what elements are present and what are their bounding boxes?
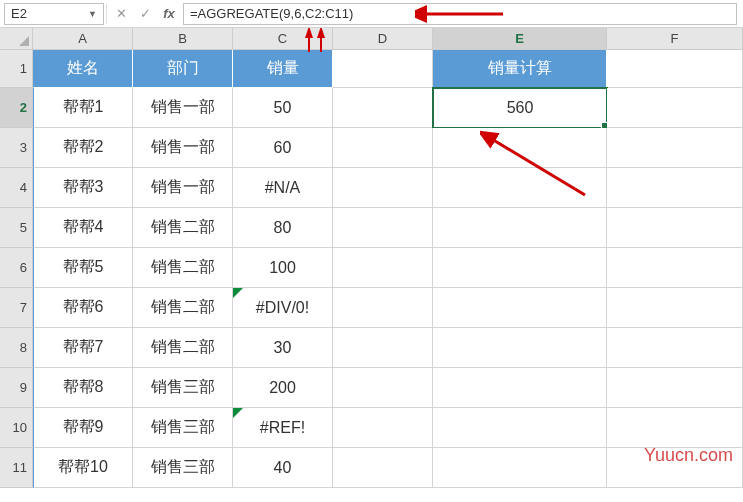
cell-A9[interactable]: 帮帮8 (33, 368, 133, 408)
cell-C9[interactable]: 200 (233, 368, 333, 408)
cell-D11[interactable] (333, 448, 433, 488)
formula-input[interactable]: =AGGREGATE(9,6,C2:C11) (183, 3, 737, 25)
cell-E1[interactable]: 销量计算 (433, 50, 607, 88)
cell-B10[interactable]: 销售三部 (133, 408, 233, 448)
cell-F1[interactable] (607, 50, 743, 88)
column-header-C[interactable]: C (233, 28, 333, 50)
row-header-6[interactable]: 6 (0, 248, 33, 288)
cell-D9[interactable] (333, 368, 433, 408)
cell-F6[interactable] (607, 248, 743, 288)
cell-B4[interactable]: 销售一部 (133, 168, 233, 208)
cell-E7[interactable] (433, 288, 607, 328)
cell-E9[interactable] (433, 368, 607, 408)
cell-E3[interactable] (433, 128, 607, 168)
name-box[interactable]: E2 ▼ (4, 3, 104, 25)
confirm-icon[interactable]: ✓ (133, 3, 157, 25)
cell-E11[interactable] (433, 448, 607, 488)
cell-A10[interactable]: 帮帮9 (33, 408, 133, 448)
column-header-E[interactable]: E (433, 28, 607, 50)
cell-A11[interactable]: 帮帮10 (33, 448, 133, 488)
cell-F2[interactable] (607, 88, 743, 128)
row-header-11[interactable]: 11 (0, 448, 33, 488)
watermark: Yuucn.com (644, 445, 733, 466)
cell-B5[interactable]: 销售二部 (133, 208, 233, 248)
cell-B2[interactable]: 销售一部 (133, 88, 233, 128)
cell-A3[interactable]: 帮帮2 (33, 128, 133, 168)
formula-text: =AGGREGATE(9,6,C2:C11) (190, 6, 353, 21)
cell-C5[interactable]: 80 (233, 208, 333, 248)
row-header-8[interactable]: 8 (0, 328, 33, 368)
dropdown-icon[interactable]: ▼ (88, 9, 97, 19)
cell-C8[interactable]: 30 (233, 328, 333, 368)
cell-F4[interactable] (607, 168, 743, 208)
column-header-D[interactable]: D (333, 28, 433, 50)
cell-C10[interactable]: #REF! (233, 408, 333, 448)
row-header-5[interactable]: 5 (0, 208, 33, 248)
cell-B9[interactable]: 销售三部 (133, 368, 233, 408)
column-headers: ABCDEF (33, 28, 743, 50)
cell-F7[interactable] (607, 288, 743, 328)
cell-A1[interactable]: 姓名 (33, 50, 133, 88)
cell-D4[interactable] (333, 168, 433, 208)
cell-F9[interactable] (607, 368, 743, 408)
row-header-4[interactable]: 4 (0, 168, 33, 208)
formula-bar: E2 ▼ ✕ ✓ fx =AGGREGATE(9,6,C2:C11) (0, 0, 743, 28)
cell-A6[interactable]: 帮帮5 (33, 248, 133, 288)
row-header-7[interactable]: 7 (0, 288, 33, 328)
cell-D10[interactable] (333, 408, 433, 448)
row-header-3[interactable]: 3 (0, 128, 33, 168)
cell-B1[interactable]: 部门 (133, 50, 233, 88)
cell-A2[interactable]: 帮帮1 (33, 88, 133, 128)
cell-B7[interactable]: 销售二部 (133, 288, 233, 328)
cell-E4[interactable] (433, 168, 607, 208)
row-header-2[interactable]: 2 (0, 88, 33, 128)
cell-E10[interactable] (433, 408, 607, 448)
cell-D7[interactable] (333, 288, 433, 328)
cell-E6[interactable] (433, 248, 607, 288)
cell-D6[interactable] (333, 248, 433, 288)
cell-F3[interactable] (607, 128, 743, 168)
cell-C11[interactable]: 40 (233, 448, 333, 488)
row-header-9[interactable]: 9 (0, 368, 33, 408)
cell-B8[interactable]: 销售二部 (133, 328, 233, 368)
separator (106, 4, 107, 24)
cell-D8[interactable] (333, 328, 433, 368)
row-header-1[interactable]: 1 (0, 50, 33, 88)
cell-A8[interactable]: 帮帮7 (33, 328, 133, 368)
cell-C1[interactable]: 销量 (233, 50, 333, 88)
fx-icon[interactable]: fx (157, 3, 181, 25)
cell-E5[interactable] (433, 208, 607, 248)
cell-D1[interactable] (333, 50, 433, 88)
cell-F8[interactable] (607, 328, 743, 368)
cell-D5[interactable] (333, 208, 433, 248)
cell-F5[interactable] (607, 208, 743, 248)
column-header-F[interactable]: F (607, 28, 743, 50)
name-box-value: E2 (11, 6, 27, 21)
row-header-10[interactable]: 10 (0, 408, 33, 448)
cell-A7[interactable]: 帮帮6 (33, 288, 133, 328)
cell-C6[interactable]: 100 (233, 248, 333, 288)
cell-E2[interactable]: 560 (433, 88, 607, 128)
cell-A5[interactable]: 帮帮4 (33, 208, 133, 248)
cell-C7[interactable]: #DIV/0! (233, 288, 333, 328)
column-header-B[interactable]: B (133, 28, 233, 50)
cell-D2[interactable] (333, 88, 433, 128)
row-headers: 1234567891011 (0, 50, 33, 488)
cancel-icon[interactable]: ✕ (109, 3, 133, 25)
cell-B11[interactable]: 销售三部 (133, 448, 233, 488)
cell-E8[interactable] (433, 328, 607, 368)
cell-C2[interactable]: 50 (233, 88, 333, 128)
column-header-A[interactable]: A (33, 28, 133, 50)
select-all-corner[interactable] (0, 28, 33, 50)
cell-B3[interactable]: 销售一部 (133, 128, 233, 168)
cell-C4[interactable]: #N/A (233, 168, 333, 208)
cell-F10[interactable] (607, 408, 743, 448)
cell-C3[interactable]: 60 (233, 128, 333, 168)
cell-B6[interactable]: 销售二部 (133, 248, 233, 288)
cell-D3[interactable] (333, 128, 433, 168)
cells-area[interactable]: 姓名部门销量销量计算帮帮1销售一部50560帮帮2销售一部60帮帮3销售一部#N… (33, 50, 743, 488)
cell-A4[interactable]: 帮帮3 (33, 168, 133, 208)
